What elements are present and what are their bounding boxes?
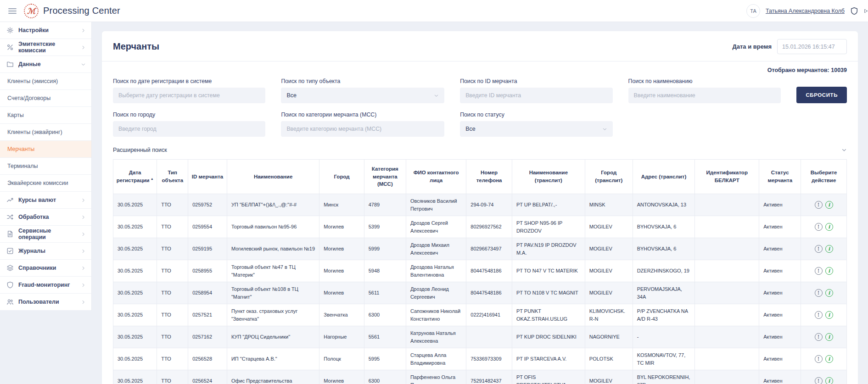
info-circle-icon[interactable]: i [825,201,833,209]
sidebar-item-currency-rates[interactable]: Курсы валют [0,192,91,209]
cell-city: Могилев [319,260,364,282]
cell-actions: !i [801,348,847,370]
warning-circle-icon[interactable]: ! [815,377,823,384]
chevron-right-icon [81,249,86,254]
cell-city: Нагорные [319,326,364,348]
sidebar-item-processing[interactable]: Обработка [0,209,91,226]
cell-city: Звенчатка [319,304,364,326]
warning-circle-icon[interactable]: ! [815,267,823,275]
column-label: Наименование (транслит) [529,170,568,183]
info-circle-icon[interactable]: i [825,377,833,384]
mcc-input[interactable] [281,121,444,137]
table-header-row: Дата регистрации▲Тип объектаID мерчантаН… [113,160,847,194]
reset-button[interactable]: СБРОСИТЬ [796,87,847,103]
warning-circle-icon[interactable]: ! [815,201,823,209]
registration-date-input[interactable] [113,88,265,103]
filter-label: Поиск по ID мерчанта [460,78,612,84]
col-phone[interactable]: Номер телефона [466,160,512,194]
sidebar-item-cards[interactable]: Карты [0,107,91,124]
warning-circle-icon[interactable]: ! [815,245,823,253]
cell-city: Минск [319,194,364,216]
sidebar-item-service-operations[interactable]: Сервисные операции [0,226,91,243]
info-circle-icon[interactable]: i [825,289,833,297]
cell-contact: Дроздова Наталья Валентиновна [406,260,466,282]
sidebar-item-clients-acquiring[interactable]: Клиенты (эквайринг) [0,124,91,141]
sidebar-item-issuer-commissions[interactable]: Эмитентские комиссии [0,39,91,56]
column-label: Статус мерчанта [767,170,792,183]
col-address-translit[interactable]: Адрес (транслит) [633,160,695,194]
merchant-id-input[interactable] [460,88,612,103]
layers-icon [6,264,14,272]
cell-address-translit: P/P ZVENCHATKA NA A/D R-43 [633,304,695,326]
column-label: Город (транслит) [595,170,622,183]
info-circle-icon[interactable]: i [825,333,833,341]
trend-up-icon [6,196,14,204]
cell-name-translit: PT TO N47 V TC MATERIK [512,260,585,282]
cell-status: Активен [759,194,801,216]
chevron-down-icon [81,62,86,67]
cell-contact: Овсяников Василий Петрович [406,194,466,216]
object-type-select[interactable]: Все [281,88,444,103]
warning-circle-icon[interactable]: ! [815,355,823,363]
logout-icon[interactable] [864,7,868,15]
chevron-down-icon[interactable] [841,147,847,153]
warning-circle-icon[interactable]: ! [815,289,823,297]
col-registration-date[interactable]: Дата регистрации▲ [113,160,157,194]
advanced-search-toggle[interactable]: Расширенный поиск [113,147,167,153]
col-city[interactable]: Город [319,160,364,194]
col-status[interactable]: Статус мерчанта [759,160,801,194]
cell-city-translit: MOGILEV [585,370,633,384]
sidebar-item-accounts-contracts[interactable]: Счета/Договоры [0,90,91,107]
sidebar-item-merchants[interactable]: Мерчанты [0,141,91,158]
sidebar-item-journals[interactable]: Журналы [0,243,91,260]
col-city-translit[interactable]: Город (транслит) [585,160,633,194]
merchant-name-input[interactable] [628,88,781,103]
sidebar-item-acquirer-commissions[interactable]: Эквайерские комиссии [0,175,91,192]
cell-city-translit: MOGILEV [585,216,633,238]
filter-mcc: Поиск по категории мерчанта (MCC) [281,111,444,137]
warning-circle-icon[interactable]: ! [815,333,823,341]
sidebar-item-directories[interactable]: Справочники [0,260,91,277]
filter-label: Поиск по дате регистрации в системе [113,78,265,84]
user-avatar[interactable]: ТА [746,4,760,18]
status-select[interactable]: Все [460,121,612,137]
info-circle-icon[interactable]: i [825,267,833,275]
info-circle-icon[interactable]: i [825,223,833,231]
col-merchant-id[interactable]: ID мерчанта [188,160,227,194]
col-contact[interactable]: ФИО контактного лица [406,160,466,194]
sidebar-item-fraud-monitoring[interactable]: Fraud-мониторинг [0,277,91,294]
chevron-right-icon [81,45,86,50]
cell-actions: !i [801,260,847,282]
card-header: Мерчанты Дата и время [102,31,858,61]
cell-mcc: 5399 [364,216,406,238]
warning-circle-icon[interactable]: ! [815,223,823,231]
table-row: 30.05.2025ТТО0256524Офис Представительст… [113,370,847,384]
info-circle-icon[interactable]: i [825,355,833,363]
sidebar-item-clients-emission[interactable]: Клиенты (эмиссия) [0,73,91,90]
cell-name: Торговый павильон №95-96 [227,216,319,238]
col-actions[interactable]: Выберите действие [801,160,847,194]
col-mcc[interactable]: Категория мерчанта (МСС) [364,160,406,194]
sidebar-item-data[interactable]: Данные [0,56,91,73]
shield-icon[interactable] [850,7,858,15]
sidebar-item-users[interactable]: Пользователи [0,294,91,311]
col-belkart-id[interactable]: Идентификатор БЕЛКАРТ [695,160,759,194]
col-name-translit[interactable]: Наименование (транслит) [512,160,585,194]
col-name[interactable]: Наименование [227,160,319,194]
sidebar-item-label: Эквайерские комиссии [7,180,68,186]
user-profile-link[interactable]: Татьяна Александровна Колб [766,8,845,14]
datetime-input[interactable] [777,39,847,54]
col-object-type[interactable]: Тип объекта [157,160,188,194]
city-input[interactable] [113,121,265,137]
menu-toggle-button[interactable] [7,6,17,16]
filter-label: Поиск по наименованию [628,78,781,84]
info-circle-icon[interactable]: i [825,311,833,319]
warning-circle-icon[interactable]: ! [815,311,823,319]
sidebar-item-settings[interactable]: Настройки [0,22,91,39]
cell-actions: !i [801,326,847,348]
cell-mcc: 5995 [364,348,406,370]
info-circle-icon[interactable]: i [825,245,833,253]
table-row: 30.05.2025ТТО0258954Торговый объект №108… [113,282,847,304]
sidebar-item-terminals[interactable]: Терминалы [0,158,91,175]
cell-address-translit: DZERZHINSKOGO, 19 [633,260,695,282]
